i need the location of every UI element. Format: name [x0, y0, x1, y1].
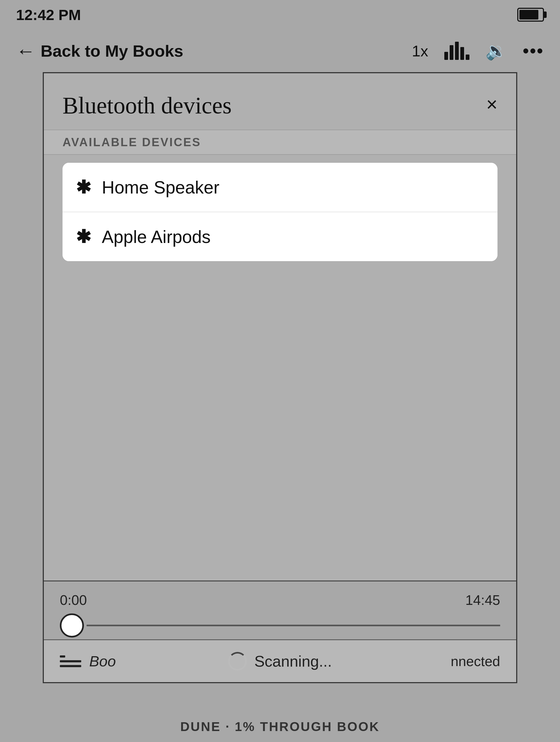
bar3	[455, 42, 459, 60]
dialog-header: Bluetooth devices ×	[44, 73, 516, 129]
book-label: Boo	[89, 652, 116, 670]
scanning-spinner	[228, 652, 247, 671]
scanning-left: Boo	[60, 652, 116, 670]
main-content: Bluetooth devices × AVAILABLE DEVICES ✱ …	[43, 72, 517, 683]
battery-icon	[517, 8, 544, 22]
scanning-center: Scanning...	[228, 652, 332, 671]
nav-bar: ← Back to My Books 1x 🔉 •••	[0, 30, 560, 72]
close-button[interactable]: ×	[486, 95, 498, 114]
back-label: Back to My Books	[41, 42, 183, 60]
device-name-1: Home Speaker	[102, 177, 219, 198]
time-row: 0:00 14:45	[44, 581, 516, 614]
more-button[interactable]: •••	[523, 41, 544, 61]
footer-text: DUNE · 1% THROUGH BOOK	[180, 720, 380, 734]
nav-right: 1x 🔉 •••	[412, 41, 544, 61]
time-end: 14:45	[465, 592, 500, 608]
devices-list: ✱ Home Speaker ✱ Apple Airpods	[62, 163, 498, 261]
device-item-home-speaker[interactable]: ✱ Home Speaker	[62, 163, 498, 212]
back-arrow-icon: ←	[16, 41, 35, 60]
time-start: 0:00	[60, 592, 87, 608]
chapters-icon[interactable]	[444, 42, 469, 60]
bluetooth-icon-2: ✱	[76, 226, 91, 247]
section-label: AVAILABLE DEVICES	[44, 129, 516, 155]
bar5	[466, 55, 469, 60]
bar1	[444, 52, 448, 60]
progress-handle[interactable]	[60, 614, 84, 637]
progress-track[interactable]	[87, 625, 500, 626]
list-icon-line2	[60, 665, 81, 667]
footer: DUNE · 1% THROUGH BOOK	[0, 719, 560, 734]
bluetooth-dialog: Bluetooth devices × AVAILABLE DEVICES ✱ …	[44, 73, 516, 682]
list-icon[interactable]	[60, 655, 81, 667]
connected-text: nnected	[451, 653, 500, 669]
status-time: 12:42 PM	[16, 6, 81, 23]
volume-icon[interactable]: 🔉	[486, 41, 507, 61]
battery-fill	[519, 10, 538, 19]
bluetooth-icon-1: ✱	[76, 177, 91, 198]
scanning-bar: Boo Scanning... nnected	[44, 639, 516, 682]
back-button[interactable]: ← Back to My Books	[16, 41, 183, 60]
bar4	[460, 47, 464, 60]
progress-row	[44, 614, 516, 637]
device-name-2: Apple Airpods	[102, 227, 211, 247]
bar2	[450, 45, 453, 60]
speed-button[interactable]: 1x	[412, 42, 428, 60]
device-item-apple-airpods[interactable]: ✱ Apple Airpods	[62, 212, 498, 261]
dialog-title: Bluetooth devices	[62, 92, 232, 119]
list-icon-dot	[60, 655, 65, 657]
status-bar: 12:42 PM	[0, 0, 560, 30]
list-icon-line1	[60, 660, 81, 662]
scanning-text: Scanning...	[255, 652, 332, 670]
bottom-section: 0:00 14:45 Boo Sca	[44, 581, 516, 682]
